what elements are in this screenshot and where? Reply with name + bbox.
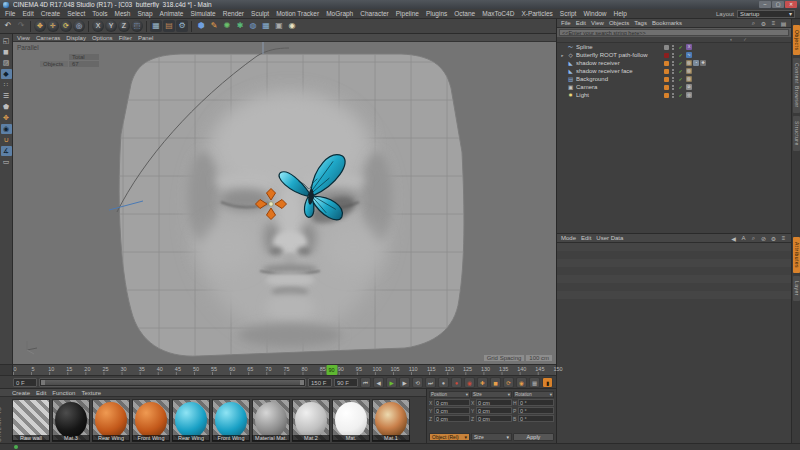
previous-frame-button[interactable]: ◀ (373, 377, 384, 388)
viewport-menu-display[interactable]: Display (66, 35, 86, 41)
maximize-button[interactable]: ▢ (772, 1, 784, 8)
goto-end-button[interactable]: ⏭ (425, 377, 436, 388)
enable-check-icon[interactable]: ✓ (677, 52, 684, 58)
menu-script[interactable]: Script (560, 10, 577, 17)
am-font-icon[interactable]: A (740, 235, 747, 242)
material-raw-wall[interactable]: Raw wall (12, 399, 50, 442)
snapping[interactable]: ∪ (1, 135, 12, 145)
menu-mograph[interactable]: MoGraph (326, 10, 353, 17)
am-search-icon[interactable]: ⌕ (750, 235, 757, 242)
visibility-dots[interactable] (671, 93, 675, 98)
visibility-dots[interactable] (671, 61, 675, 66)
om-menu-edit[interactable]: Edit (576, 20, 586, 26)
viewport-menu-cameras[interactable]: Cameras (36, 35, 60, 41)
add-mograph-object[interactable]: ✺ (221, 20, 233, 32)
key-scale-button[interactable]: ◼ (490, 377, 501, 388)
material-menu-edit[interactable]: Edit (36, 390, 46, 396)
start-frame-field[interactable]: 0 F (13, 378, 37, 387)
visibility-dots[interactable] (671, 85, 675, 90)
goto-start-button[interactable]: ⏮ (360, 377, 371, 388)
menu-help[interactable]: Help (614, 10, 627, 17)
menu-render[interactable]: Render (223, 10, 244, 17)
am-menu-edit[interactable]: Edit (581, 235, 591, 241)
material-mat-3[interactable]: Mat.3 (52, 399, 90, 442)
om-menu-tags[interactable]: Tags (634, 20, 647, 26)
tab-structure[interactable]: Structure (793, 116, 800, 151)
layer-color-swatch[interactable] (664, 45, 669, 50)
object-row-spline[interactable]: 〜Spline✓X (557, 43, 791, 51)
coordinate-field-position-y[interactable]: 0 cm (434, 407, 470, 414)
coordinate-field-rotation-b[interactable]: 0 ° (518, 415, 554, 422)
viewport-menu-filter[interactable]: Filter (119, 35, 132, 41)
am-back-icon[interactable]: ◀ (730, 235, 737, 242)
object-search-input[interactable]: <<Enter your search string here>> (559, 29, 789, 36)
enable-check-icon[interactable]: ✓ (677, 76, 684, 82)
workplane-lock[interactable]: ▭ (1, 157, 12, 167)
coordinates-header-position[interactable]: Position▾ (429, 391, 470, 398)
tab-attributes[interactable]: Attributes (793, 237, 800, 273)
object-row-light[interactable]: ✸Light✓◎ (557, 91, 791, 99)
coordinates-header-size[interactable]: Size▾ (471, 391, 512, 398)
next-frame-button[interactable]: ▶ (399, 377, 410, 388)
viewport-menu-view[interactable]: View (17, 35, 30, 41)
material-menu-texture[interactable]: Texture (81, 390, 101, 396)
timeline-range-slider[interactable] (39, 378, 306, 387)
layer-color-swatch[interactable] (664, 77, 669, 82)
visibility-dots[interactable] (671, 77, 675, 82)
layout-dropdown[interactable]: Startup ▾ (737, 10, 795, 18)
enable-check-icon[interactable]: ✓ (677, 84, 684, 90)
model-mode[interactable]: ◼ (1, 47, 12, 57)
key-position-button[interactable]: ✚ (477, 377, 488, 388)
om-gear-icon[interactable]: ⚙ (760, 20, 767, 27)
record-keyframe-button[interactable]: ● (438, 377, 449, 388)
texture-mode[interactable]: ▨ (1, 58, 12, 68)
om-menu-objects[interactable]: Objects (609, 20, 629, 26)
layer-color-swatch[interactable] (664, 85, 669, 90)
texture-tag-icon[interactable]: ▨ (686, 68, 692, 74)
visibility-dots[interactable] (671, 53, 675, 58)
coordinate-field-position-z[interactable]: 0 cm (434, 415, 470, 422)
menu-x-particles[interactable]: X-Particles (521, 10, 552, 17)
material-material-mat[interactable]: Material Mat. (252, 399, 290, 442)
tab-objects[interactable]: Objects (793, 25, 800, 55)
visibility-dots[interactable] (671, 69, 675, 74)
om-panel-icon[interactable]: ▤ (780, 20, 787, 27)
object-row-shadow-receiver[interactable]: ◣shadow receiver✓▨◔❖ (557, 59, 791, 67)
phong-tag-icon[interactable]: ◔ (693, 60, 699, 66)
workplane-mode[interactable]: ◆ (1, 69, 12, 79)
render-picture-viewer-button[interactable]: ▤ (163, 20, 175, 32)
enable-check-icon[interactable]: ✓ (677, 68, 684, 74)
lock-y-axis[interactable]: Y (105, 20, 117, 32)
viewport-canvas[interactable]: Parallel Total Objects67 Grid Spacing 10… (13, 42, 556, 364)
key-rotation-button[interactable]: ⟳ (503, 377, 514, 388)
menu-edit[interactable]: Edit (22, 10, 33, 17)
add-spline-pen[interactable]: ✎ (208, 20, 220, 32)
am-menu-icon[interactable]: ≡ (780, 235, 787, 242)
menu-file[interactable]: File (5, 10, 15, 17)
undo-button[interactable]: ↶ (2, 20, 14, 32)
om-menu-file[interactable]: File (561, 20, 571, 26)
lock-x-axis[interactable]: X (92, 20, 104, 32)
layer-color-swatch[interactable] (664, 93, 669, 98)
expand-arrow-icon[interactable]: ▸ (560, 53, 565, 58)
scale-tool[interactable]: ✛ (47, 20, 59, 32)
object-row-butterfly-root-path-follow[interactable]: ▸◇Butterfly ROOT path-follow✓∿ (557, 51, 791, 59)
menu-snap[interactable]: Snap (137, 10, 152, 17)
menu-character[interactable]: Character (360, 10, 389, 17)
menu-pipeline[interactable]: Pipeline (396, 10, 419, 17)
menu-sculpt[interactable]: Sculpt (251, 10, 269, 17)
coordinate-field-size-z[interactable]: 0 cm (476, 415, 512, 422)
coordinates-header-rotation[interactable]: Rotation▾ (513, 391, 554, 398)
material-rear-wing[interactable]: Rear Wing (92, 399, 130, 442)
xpresso-tag-icon[interactable]: X (686, 44, 692, 50)
menu-window[interactable]: Window (583, 10, 606, 17)
target-tag-icon[interactable]: ◎ (686, 92, 692, 98)
object-row-background[interactable]: ▤Background✓▨ (557, 75, 791, 83)
menu-motion-tracker[interactable]: Motion Tracker (276, 10, 319, 17)
menu-animate[interactable]: Animate (160, 10, 184, 17)
viewport-solo[interactable]: ◉ (1, 124, 12, 134)
solo-animation-button[interactable]: ▮ (542, 377, 553, 388)
viewport-menu-options[interactable]: Options (92, 35, 113, 41)
edges-mode[interactable]: ☰ (1, 91, 12, 101)
loop-mode-button[interactable]: ⟲ (412, 377, 423, 388)
